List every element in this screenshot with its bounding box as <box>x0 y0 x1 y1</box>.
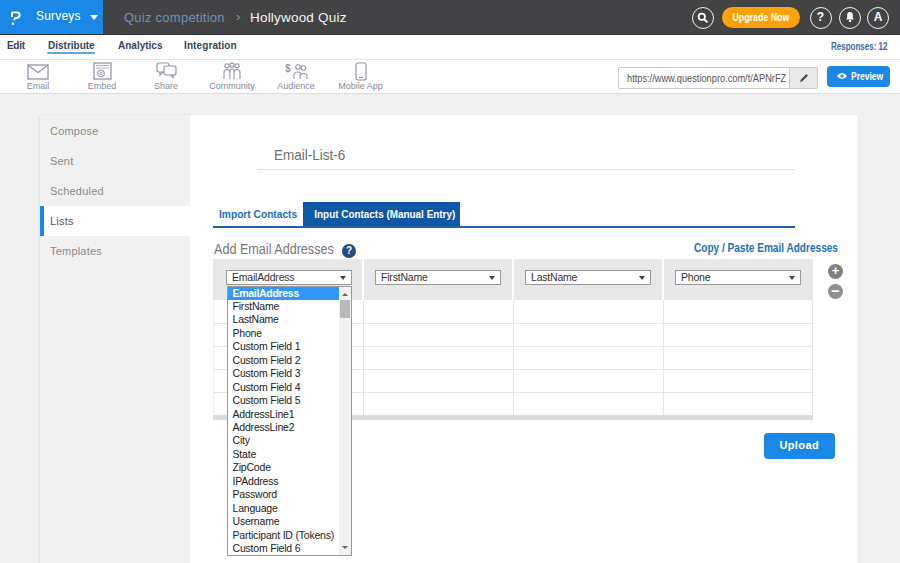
svg-text:$: $ <box>285 63 291 74</box>
